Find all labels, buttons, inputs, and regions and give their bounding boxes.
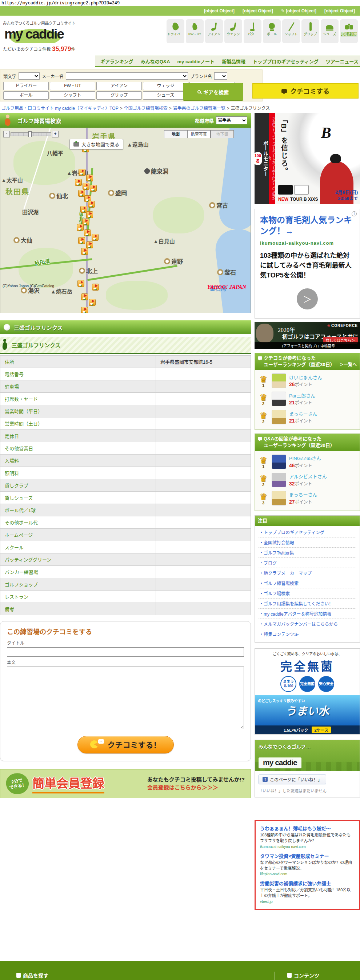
zoom-slider-handle[interactable] xyxy=(29,131,32,137)
featured-link[interactable]: ゴルフ用語集を編集してください！ xyxy=(258,598,356,609)
featured-link[interactable]: ゴルフ場検索 xyxy=(258,589,356,598)
category-tile[interactable]: 距離計測機 xyxy=(340,19,358,43)
category-tile[interactable]: グリップ xyxy=(301,19,319,43)
ad-water[interactable]: ごくごく飲める、クリアのおいしい水は、 完全無菌 ミネラル100完全無菌安心安全… xyxy=(255,648,360,735)
review-title-input[interactable] xyxy=(7,647,244,657)
maker-select[interactable] xyxy=(66,72,188,80)
gear-category-button[interactable]: アイアン xyxy=(96,82,142,90)
review-body-textarea[interactable] xyxy=(7,667,244,729)
prefecture-select[interactable]: 岩手県 xyxy=(216,116,247,124)
breadcrumb-link[interactable]: 三盛ゴルフリンクス xyxy=(231,106,270,111)
gear-category-button[interactable]: FW・UT xyxy=(50,82,95,90)
user-name[interactable]: まっちーさん xyxy=(289,410,317,418)
subnav-link[interactable]: トッププロのギアセッティング xyxy=(253,58,319,65)
map[interactable]: 岩手県秋田県▲遠島山▲岩手山▲太平山▲白見山▲焼石岳八幡平仙北盛岡宮古大仙遠野北… xyxy=(0,128,251,313)
register-link[interactable]: 会員登録はこちらから＞＞＞ xyxy=(147,784,245,792)
zoom-in-button[interactable]: + xyxy=(52,131,59,137)
ad-arrow-button[interactable]: ＞ xyxy=(297,288,318,309)
golf-range-marker-icon[interactable] xyxy=(81,248,88,255)
topbar-link[interactable]: [object Object] xyxy=(242,8,273,13)
breadcrumb-link[interactable]: 全国ゴルフ練習場検索 xyxy=(124,106,168,111)
ad-coreforce[interactable]: ❋COREFORCE 2020年 初ゴルフはコアフォースと共に 詳しくはこちら＞… xyxy=(255,322,360,349)
avatar[interactable] xyxy=(272,455,286,469)
featured-link[interactable]: トッププロのギアセッティング xyxy=(258,527,356,538)
avatar[interactable] xyxy=(272,491,286,506)
gear-category-button[interactable]: ボール xyxy=(3,91,49,100)
breadcrumb-link[interactable]: ゴルフ用品・口コミサイト my caddie（マイキャディ）TOP xyxy=(2,106,119,111)
golf-range-marker-icon[interactable] xyxy=(89,299,96,306)
golf-range-marker-icon[interactable] xyxy=(88,201,95,208)
text-ad[interactable]: うわぁぁぁん！薄毛はもう嫌だ〜 103種類の中から選ばれた育毛剤最新位であなたも… xyxy=(260,825,355,849)
featured-link[interactable]: ブログ xyxy=(258,558,356,568)
golf-range-marker-icon[interactable] xyxy=(78,280,84,287)
topbar-link[interactable]: [object Object] xyxy=(281,8,316,13)
gear-search-button[interactable]: ギアを検索 xyxy=(183,83,243,101)
view-large-map-button[interactable]: 大きな地図で見る xyxy=(70,139,123,150)
topbar-link[interactable]: [object Object] xyxy=(204,8,234,13)
register-banner[interactable]: 2分でできる！ 簡単会員登録 あなたもクチコミ投稿してみませんか!? 会員登録は… xyxy=(0,769,251,798)
text-ad[interactable]: 労働災害の補償請求に強い弁護士 平日夜・土日も対応／分割支払いも可能！180名以… xyxy=(260,880,355,904)
map-type-button[interactable]: 航空写真 xyxy=(187,130,210,138)
avatar[interactable] xyxy=(272,374,286,388)
featured-link[interactable]: ゴルフTwitter集 xyxy=(258,548,356,558)
golf-range-marker-icon[interactable] xyxy=(92,234,99,241)
golf-range-marker-icon[interactable] xyxy=(86,211,93,218)
golf-range-marker-icon[interactable] xyxy=(90,185,97,192)
initial-select[interactable] xyxy=(19,72,40,80)
featured-link[interactable]: 全国試打会情報 xyxy=(258,538,356,548)
avatar[interactable] xyxy=(272,473,286,487)
user-name[interactable]: まっちーさん xyxy=(289,491,317,498)
logo-block[interactable]: みんなでつくるゴルフ用品クチコミサイト my caddie ただいまのクチコミ件… xyxy=(3,20,97,53)
ad-info-icon[interactable]: i xyxy=(352,211,357,216)
golf-range-marker-icon[interactable] xyxy=(77,224,84,231)
category-tile[interactable]: シューズ xyxy=(321,19,339,43)
subnav-link[interactable]: my caddieノート xyxy=(177,58,215,65)
golf-range-marker-icon[interactable] xyxy=(86,175,93,181)
gear-category-button[interactable]: グリップ xyxy=(96,91,142,100)
category-tile[interactable]: パター xyxy=(244,19,261,43)
category-tile[interactable]: ドライバー xyxy=(167,19,184,43)
golf-range-marker-icon[interactable] xyxy=(78,169,86,176)
user-name[interactable]: けいじまんさん xyxy=(289,374,322,382)
golf-range-marker-icon[interactable] xyxy=(81,307,88,313)
subnav-link[interactable]: ツアーニュース xyxy=(326,58,358,65)
user-name[interactable]: Par三郎さん xyxy=(289,392,315,399)
subnav-link[interactable]: 新製品情報 xyxy=(222,58,245,65)
gear-category-button[interactable]: ドライバー xyxy=(3,82,49,90)
breadcrumb-link[interactable]: 岩手県のゴルフ練習場一覧 xyxy=(173,106,225,111)
gear-category-button[interactable]: シューズ xyxy=(143,91,188,100)
map-zoom-slider[interactable]: - + xyxy=(3,131,59,137)
ad-hair-ranking[interactable]: i 本物の育毛剤人気ランキング！→ ikumouzai-saikyou-navi… xyxy=(255,209,360,318)
avatar[interactable] xyxy=(272,391,286,406)
text-ad[interactable]: タワマン投資×資産形成セミナー なぜ都心のタワーマンションばかりなのか？の理由を… xyxy=(260,852,355,877)
facebook-like-button[interactable]: f このページに「いいね！」 xyxy=(258,775,326,784)
featured-link[interactable]: メルマガバックナンバーはこちらから xyxy=(258,619,356,629)
golf-range-marker-icon[interactable] xyxy=(75,179,82,186)
gear-category-button[interactable]: ウェッジ xyxy=(143,82,188,90)
golf-range-marker-icon[interactable] xyxy=(81,293,88,301)
golf-range-marker-icon[interactable] xyxy=(83,183,89,190)
ad-headline[interactable]: 本物の育毛剤人気ランキング！→ xyxy=(260,215,355,237)
map-type-button[interactable]: 地図 xyxy=(164,130,187,138)
map-type-button[interactable]: 地下街 xyxy=(210,130,234,138)
topbar-link[interactable]: [object Object] xyxy=(324,8,355,13)
golf-range-marker-icon[interactable] xyxy=(92,284,99,291)
user-name[interactable]: アルシビストさん xyxy=(289,473,327,480)
ranking-more-link[interactable]: ＞一覧へ xyxy=(339,362,357,368)
golf-range-marker-icon[interactable] xyxy=(84,229,91,236)
category-tile[interactable]: FW・UT xyxy=(186,19,204,43)
featured-link[interactable]: 特集コンテンツ≫ xyxy=(258,629,356,639)
subnav-link[interactable]: ギアランキング xyxy=(100,58,134,65)
category-tile[interactable]: ウェッジ xyxy=(225,19,242,43)
zoom-out-button[interactable]: - xyxy=(3,131,10,137)
category-tile[interactable]: アイアン xyxy=(205,19,223,43)
facebook-cover[interactable]: みんなでつくるゴルフ… my caddie xyxy=(255,740,360,771)
brand-select[interactable] xyxy=(214,72,227,80)
subnav-link[interactable]: みんなのQ&A xyxy=(141,58,170,65)
ad-bridgestone-ball-monitor[interactable]: ボールモニター 100名 を大募集！ さらにクチコミで「コーポレートカラーボール… xyxy=(255,113,360,204)
category-tile[interactable]: ボール xyxy=(263,19,281,43)
site-logo[interactable]: my caddie xyxy=(3,27,67,43)
category-tile[interactable]: シャフト xyxy=(282,19,300,43)
avatar[interactable] xyxy=(272,410,286,424)
golf-range-marker-icon[interactable] xyxy=(78,237,85,244)
